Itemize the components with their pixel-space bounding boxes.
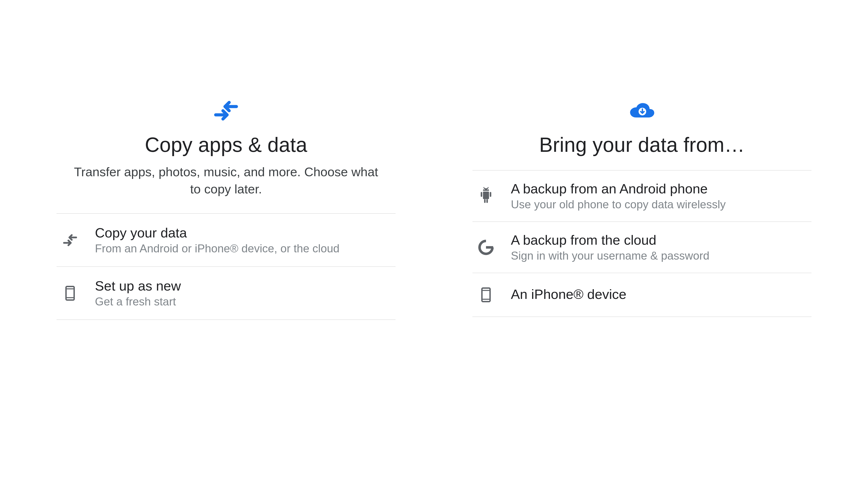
copy-apps-data-screen: Copy apps & data Transfer apps, photos, …: [57, 97, 396, 320]
option-title: An iPhone® device: [511, 287, 626, 302]
bring-data-from-screen: Bring your data from…: [472, 97, 811, 317]
cloud-download-icon: [628, 97, 655, 124]
screens-container: Copy apps & data Transfer apps, photos, …: [0, 0, 868, 488]
screen-subtitle: Transfer apps, photos, music, and more. …: [68, 163, 384, 197]
phone-outline-icon: [59, 282, 81, 304]
svg-line-11: [487, 187, 488, 188]
svg-rect-13: [481, 192, 483, 197]
svg-rect-16: [487, 199, 488, 203]
option-subtitle: From an Android or iPhone® device, or th…: [95, 242, 340, 255]
svg-rect-15: [484, 199, 486, 203]
phone-outline-icon: [475, 284, 497, 306]
option-subtitle: Sign in with your username & password: [511, 249, 709, 262]
option-iphone-device[interactable]: An iPhone® device: [472, 273, 811, 317]
svg-line-10: [484, 187, 485, 188]
option-backup-cloud[interactable]: A backup from the cloud Sign in with you…: [472, 222, 811, 273]
option-text: Set up as new Get a fresh start: [95, 278, 181, 308]
option-title: Set up as new: [95, 278, 181, 294]
svg-rect-14: [490, 192, 491, 197]
option-subtitle: Get a fresh start: [95, 295, 181, 308]
option-text: Copy your data From an Android or iPhone…: [95, 225, 340, 255]
options-list: A backup from an Android phone Use your …: [472, 170, 811, 317]
option-subtitle: Use your old phone to copy data wireless…: [511, 198, 726, 211]
option-set-up-as-new[interactable]: Set up as new Get a fresh start: [57, 267, 396, 320]
option-copy-your-data[interactable]: Copy your data From an Android or iPhone…: [57, 214, 396, 267]
android-icon: [475, 185, 497, 207]
screen-title: Copy apps & data: [145, 133, 307, 157]
option-title: Copy your data: [95, 225, 340, 240]
option-text: An iPhone® device: [511, 287, 626, 303]
arrows-swap-icon: [213, 97, 240, 124]
svg-point-9: [487, 189, 488, 190]
option-text: A backup from an Android phone Use your …: [511, 181, 726, 211]
screen-title: Bring your data from…: [539, 133, 745, 157]
svg-rect-18: [486, 246, 493, 249]
google-g-icon: [475, 236, 497, 259]
arrows-swap-icon: [59, 229, 81, 252]
options-list: Copy your data From an Android or iPhone…: [57, 213, 396, 320]
option-backup-android[interactable]: A backup from an Android phone Use your …: [472, 170, 811, 222]
option-title: A backup from the cloud: [511, 232, 709, 248]
svg-rect-12: [483, 192, 489, 199]
option-title: A backup from an Android phone: [511, 181, 726, 197]
svg-point-8: [484, 189, 485, 190]
option-text: A backup from the cloud Sign in with you…: [511, 232, 709, 262]
